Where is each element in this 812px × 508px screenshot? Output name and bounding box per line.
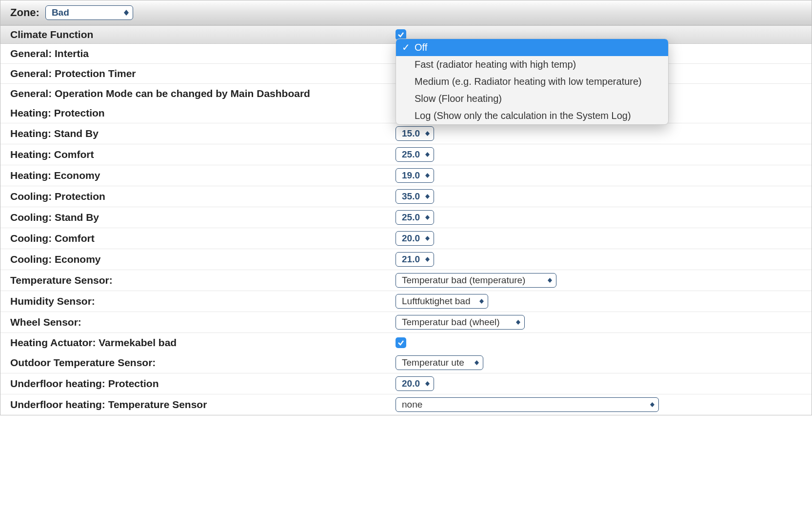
underfloor-protection-label: Underfloor heating: Protection: [0, 374, 396, 393]
row-underfloor-temp-sensor: Underfloor heating: Temperature Sensor n…: [0, 394, 812, 415]
inertia-option-fast[interactable]: Fast (radiator heating with high temp): [396, 56, 668, 73]
row-heating-actuator: Heating Actuator: Varmekabel bad: [0, 333, 812, 352]
updown-icon: [124, 10, 129, 16]
humidity-sensor-value: Luftfuktighet bad: [402, 296, 471, 307]
inertia-option-medium[interactable]: Medium (e.g. Radiator heating with low t…: [396, 73, 668, 90]
underfloor-protection-value: 20.0: [402, 378, 420, 389]
inertia-option-log[interactable]: Log (Show only the calculation in the Sy…: [396, 107, 668, 124]
row-underfloor-protection: Underfloor heating: Protection 20.0: [0, 373, 812, 394]
inertia-option-off[interactable]: Off: [396, 39, 668, 56]
underfloor-temp-sensor-select[interactable]: none: [396, 397, 659, 412]
heating-comfort-label: Heating: Comfort: [0, 145, 396, 164]
row-wheel-sensor: Wheel Sensor: Temperatur bad (wheel): [0, 312, 812, 333]
updown-icon: [475, 360, 479, 365]
row-inertia: General: Intertia Off Fast (radiator hea…: [0, 44, 812, 64]
temperature-sensor-select[interactable]: Temperatur bad (temperature): [396, 273, 556, 288]
zone-label: Zone:: [10, 6, 40, 19]
updown-icon: [516, 320, 520, 325]
zone-select-value: Bad: [52, 7, 69, 18]
cooling-economy-value: 21.0: [402, 254, 420, 265]
svg-marker-3: [425, 134, 430, 136]
heating-actuator-checkbox[interactable]: [396, 337, 406, 348]
temperature-sensor-value: Temperatur bad (temperature): [402, 275, 525, 286]
opmode-dashboard-label: General: Operation Mode can be changed b…: [0, 84, 396, 103]
humidity-sensor-label: Humidity Sensor:: [0, 292, 396, 311]
updown-icon: [425, 236, 430, 241]
row-heating-comfort: Heating: Comfort 25.0: [0, 144, 812, 165]
svg-marker-17: [548, 280, 552, 283]
wheel-sensor-label: Wheel Sensor:: [0, 313, 396, 332]
cooling-comfort-label: Cooling: Comfort: [0, 229, 396, 248]
updown-icon: [425, 152, 430, 157]
updown-icon: [425, 173, 430, 178]
row-cooling-protection: Cooling: Protection 35.0: [0, 186, 812, 207]
svg-marker-21: [516, 322, 520, 325]
updown-icon: [650, 402, 654, 407]
cooling-protection-value: 35.0: [402, 191, 420, 202]
svg-marker-13: [425, 238, 430, 241]
heating-standby-value: 15.0: [402, 128, 420, 139]
protection-timer-label: General: Protection Timer: [0, 64, 396, 83]
row-outdoor-temp-sensor: Outdoor Temperature Sensor: Temperatur u…: [0, 352, 812, 373]
row-cooling-comfort: Cooling: Comfort 20.0: [0, 228, 812, 249]
heating-comfort-select[interactable]: 25.0: [396, 147, 434, 162]
cooling-standby-label: Cooling: Stand By: [0, 208, 396, 227]
heating-economy-value: 19.0: [402, 170, 420, 181]
svg-marker-19: [479, 301, 484, 304]
svg-marker-7: [425, 176, 430, 178]
svg-marker-1: [124, 13, 129, 16]
updown-icon: [548, 278, 552, 283]
row-heating-standby: Heating: Stand By 15.0: [0, 123, 812, 144]
cooling-protection-label: Cooling: Protection: [0, 187, 396, 206]
zone-select[interactable]: Bad: [45, 5, 133, 20]
svg-marker-15: [425, 259, 430, 262]
row-cooling-standby: Cooling: Stand By 25.0: [0, 207, 812, 228]
svg-marker-9: [425, 196, 430, 199]
svg-marker-23: [475, 363, 479, 365]
temperature-sensor-label: Temperature Sensor:: [0, 271, 396, 290]
heating-protection-label: Heating: Protection: [0, 103, 396, 123]
inertia-dropdown[interactable]: Off Fast (radiator heating with high tem…: [396, 39, 669, 125]
wheel-sensor-value: Temperatur bad (wheel): [402, 317, 500, 328]
inertia-label: General: Intertia: [0, 44, 396, 63]
svg-marker-11: [425, 217, 430, 220]
updown-icon: [479, 299, 484, 304]
updown-icon: [425, 257, 430, 262]
heating-comfort-value: 25.0: [402, 149, 420, 160]
outdoor-temp-sensor-value: Temperatur ute: [402, 357, 464, 368]
underfloor-protection-select[interactable]: 20.0: [396, 376, 434, 391]
row-heating-economy: Heating: Economy 19.0: [0, 165, 812, 186]
inertia-option-slow[interactable]: Slow (Floor heating): [396, 90, 668, 107]
updown-icon: [425, 131, 430, 136]
wheel-sensor-select[interactable]: Temperatur bad (wheel): [396, 315, 525, 330]
heating-economy-label: Heating: Economy: [0, 166, 396, 185]
outdoor-temp-sensor-select[interactable]: Temperatur ute: [396, 355, 483, 370]
svg-marker-5: [425, 155, 430, 157]
outdoor-temp-sensor-label: Outdoor Temperature Sensor:: [0, 353, 396, 372]
cooling-protection-select[interactable]: 35.0: [396, 189, 434, 204]
humidity-sensor-select[interactable]: Luftfuktighet bad: [396, 294, 488, 309]
row-cooling-economy: Cooling: Economy 21.0: [0, 249, 812, 270]
zone-bar: Zone: Bad: [0, 0, 812, 25]
updown-icon: [425, 381, 430, 386]
svg-marker-27: [650, 405, 654, 407]
updown-icon: [425, 215, 430, 220]
heating-standby-select[interactable]: 15.0: [396, 126, 434, 141]
underfloor-temp-sensor-value: none: [402, 399, 422, 410]
cooling-comfort-select[interactable]: 20.0: [396, 231, 434, 246]
cooling-standby-select[interactable]: 25.0: [396, 210, 434, 225]
climate-settings-panel: Zone: Bad Climate Function General: Inte…: [0, 0, 812, 415]
row-temperature-sensor: Temperature Sensor: Temperatur bad (temp…: [0, 270, 812, 291]
heating-economy-select[interactable]: 19.0: [396, 168, 434, 183]
cooling-economy-label: Cooling: Economy: [0, 250, 396, 269]
cooling-standby-value: 25.0: [402, 212, 420, 223]
updown-icon: [425, 194, 430, 199]
underfloor-temp-sensor-label: Underfloor heating: Temperature Sensor: [0, 395, 396, 414]
heating-actuator-label: Heating Actuator: Varmekabel bad: [0, 333, 396, 352]
cooling-economy-select[interactable]: 21.0: [396, 252, 434, 267]
row-humidity-sensor: Humidity Sensor: Luftfuktighet bad: [0, 291, 812, 312]
cooling-comfort-value: 20.0: [402, 233, 420, 244]
climate-function-label: Climate Function: [0, 26, 396, 43]
heating-standby-label: Heating: Stand By: [0, 124, 396, 143]
svg-marker-25: [425, 384, 430, 386]
